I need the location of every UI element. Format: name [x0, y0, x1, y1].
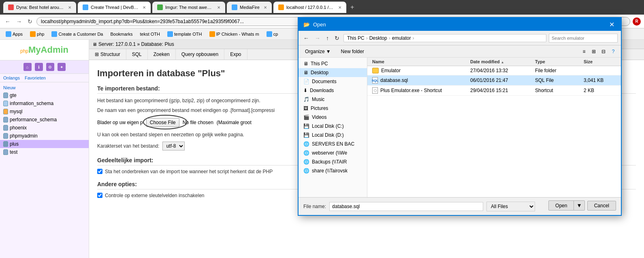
pma-db-test[interactable]: test — [0, 148, 89, 156]
pma-db-plus[interactable]: plus — [0, 140, 89, 148]
sidebar-item-downloads[interactable]: ⬇ Downloads — [299, 86, 367, 95]
tab-sql[interactable]: SQL — [126, 49, 148, 60]
docs-icon: 📄 — [303, 79, 309, 84]
sidebar-item-share[interactable]: 🌐 share (\\Tairovsk — [299, 166, 367, 175]
pma-favorieten-link[interactable]: Favorieten — [25, 75, 46, 80]
pma-info-icon[interactable]: ℹ — [35, 63, 43, 71]
tab-imgur[interactable]: Imgur: The most awesom... ✕ — [152, 2, 225, 13]
tab-dyna[interactable]: Dyna: Best hotel aroun... ✕ — [3, 2, 76, 13]
charset-select[interactable]: utf-8 — [162, 142, 185, 150]
tab-create-thread[interactable]: Create Thread | DevBest... ✕ — [78, 2, 151, 13]
bookmark-tekst[interactable]: tekst OTH — [138, 31, 163, 37]
dialog-refresh-button[interactable]: ↻ — [333, 34, 341, 42]
sidebar-label: Documents — [312, 79, 337, 84]
sidebar-item-documents[interactable]: 📄 Documents — [299, 77, 367, 86]
new-tab-button[interactable]: + — [348, 4, 356, 11]
dialog-close-button[interactable]: ✕ — [608, 21, 616, 28]
pma-new-db[interactable]: Nieuw — [0, 84, 89, 91]
pma-db-gte[interactable]: gte — [0, 91, 89, 99]
pma-db-performance-schema[interactable]: performance_schema — [0, 116, 89, 124]
dialog-breadcrumb[interactable]: This PC › Desktop › emulator › — [343, 34, 546, 42]
sidebar-item-desktop[interactable]: 🖥 Desktop — [299, 68, 367, 77]
bookmark-cp[interactable]: cp — [264, 30, 281, 38]
server-icon: 🖥 — [92, 42, 97, 47]
sidebar-item-servers[interactable]: 🌐 SERVERS EN BAC — [299, 140, 367, 148]
bookmark-ip-chicken[interactable]: IP Chicken - Whats m — [207, 30, 262, 38]
pma-home-icon[interactable]: ⌂ — [23, 63, 32, 71]
checkbox2[interactable] — [97, 193, 102, 198]
cancel-button[interactable]: Cancel — [587, 201, 616, 211]
pma-db-mysql[interactable]: mysql — [0, 108, 89, 116]
col-name[interactable]: Name — [372, 59, 470, 64]
col-type[interactable]: Type — [535, 59, 584, 64]
bookmark-php[interactable]: php — [28, 30, 47, 38]
tab-close-icon[interactable]: ✕ — [264, 5, 267, 10]
tab-favicon — [8, 4, 14, 10]
tab-structuur[interactable]: ⊞ Structuur — [89, 49, 126, 60]
tab-title: MediaFire — [240, 5, 260, 10]
filename-input[interactable] — [329, 202, 483, 211]
col-date-modified[interactable]: Date modified ▲ — [470, 59, 535, 64]
pma-more-icon[interactable]: ✦ — [58, 63, 66, 71]
sidebar-item-pictures[interactable]: 🖼 Pictures — [299, 104, 367, 113]
sidebar-item-local-disk-d[interactable]: 💾 Local Disk (D:) — [299, 131, 367, 140]
tab-label: Zoeken — [154, 52, 170, 57]
tab-expo[interactable]: Expo — [224, 49, 247, 60]
file-type: SQL File — [535, 77, 584, 83]
tab-localhost[interactable]: localhost / 127.0.0.1 / Plus... ✕ — [273, 2, 346, 13]
pma-db-phpmyadmin[interactable]: phpmyadmin — [0, 132, 89, 140]
dialog-search-input[interactable] — [549, 34, 618, 43]
sidebar-item-music[interactable]: 🎵 Music — [299, 95, 367, 104]
bookmark-template[interactable]: template OTH — [165, 30, 204, 38]
file-item-database-sql[interactable]: SQL database.sql 06/01/2016 21:47 SQL Fi… — [367, 75, 621, 86]
checkbox1[interactable] — [97, 169, 102, 174]
tab-close-icon[interactable]: ✕ — [68, 5, 71, 10]
bookmark-bookmarks[interactable]: Bookmarks — [108, 31, 135, 37]
view-help-icon[interactable]: ? — [609, 47, 618, 56]
choose-file-button[interactable]: Choose File — [146, 118, 179, 127]
file-item-emulator[interactable]: Emulator 27/04/2016 13:32 File folder — [367, 66, 621, 75]
db-name: mysql — [10, 109, 22, 114]
tab-title: localhost / 127.0.0.1 / Plus... — [286, 5, 334, 10]
sidebar-item-videos[interactable]: 🎬 Videos — [299, 113, 367, 122]
db-name: plus — [10, 141, 19, 147]
sidebar-item-local-disk-c[interactable]: 💾 Local Disk (C:) — [299, 122, 367, 131]
bookmark-label: Bookmarks — [110, 32, 132, 37]
dialog-back-button[interactable]: ← — [302, 34, 311, 42]
tab-close-icon[interactable]: ✕ — [143, 5, 146, 10]
open-dropdown-arrow[interactable]: ▼ — [574, 200, 584, 211]
bookmark-apps[interactable]: Apps — [3, 30, 25, 38]
pma-settings-icon[interactable]: ⚙ — [46, 63, 54, 71]
pma-db-information-schema[interactable]: information_schema — [0, 99, 89, 108]
sidebar-item-webserver[interactable]: 🌐 webserver (\\We — [299, 148, 367, 157]
dialog-forward-button[interactable]: → — [313, 34, 322, 42]
back-button[interactable]: ← — [3, 18, 12, 25]
dialog-up-button[interactable]: ↑ — [324, 34, 331, 42]
bookmark-label: tekst OTH — [140, 32, 160, 37]
bookmark-create-customer[interactable]: Create a Customer Da — [49, 30, 105, 38]
tab-mediafire[interactable]: MediaFire ✕ — [227, 2, 272, 13]
sidebar-label: share (\\Tairovsk — [312, 168, 348, 174]
open-button[interactable]: Open — [548, 200, 574, 211]
forward-button[interactable]: → — [15, 18, 23, 25]
bookmark-favicon — [209, 31, 215, 37]
view-grid-icon[interactable]: ⊟ — [599, 47, 608, 56]
organize-button[interactable]: Organize ▼ — [302, 48, 334, 55]
tab-zoeken[interactable]: Zoeken — [148, 49, 176, 60]
tab-close-icon[interactable]: ✕ — [217, 5, 220, 10]
file-item-plus-emulator[interactable]: ⬡ Plus Emulator.exe - Shortcut 29/04/201… — [367, 86, 621, 96]
file-type-select[interactable]: All Files — [486, 202, 535, 211]
view-icons: ≡ ⊞ ⊟ ? — [580, 47, 618, 56]
view-list-icon[interactable]: ≡ — [580, 47, 589, 56]
pma-db-phoenix[interactable]: phoenix — [0, 124, 89, 132]
tab-close-icon[interactable]: ✕ — [338, 5, 341, 10]
db-icon — [3, 141, 8, 147]
pma-onlangs-link[interactable]: Onlangs — [3, 75, 20, 80]
new-folder-button[interactable]: New folder — [337, 47, 368, 56]
sidebar-item-backups[interactable]: 🌐 Backups (\\TAIR — [299, 157, 367, 166]
sidebar-item-this-pc[interactable]: 🖥 This PC — [299, 59, 367, 68]
col-size[interactable]: Size — [584, 59, 616, 64]
reload-button[interactable]: ↻ — [26, 18, 34, 25]
view-details-icon[interactable]: ⊞ — [589, 47, 598, 56]
tab-query[interactable]: Query opbouwen — [176, 49, 224, 60]
